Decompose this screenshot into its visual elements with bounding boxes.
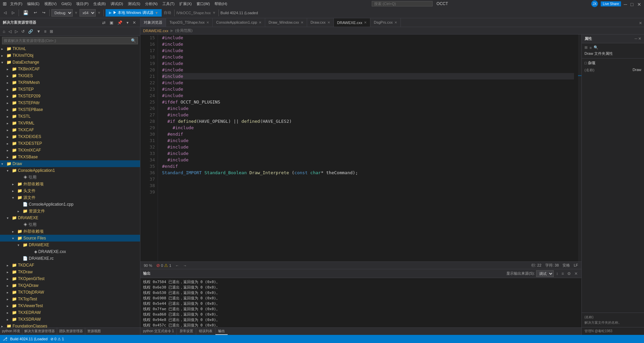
tree-item[interactable]: ▸📁TKXCAF: [0, 127, 140, 133]
output-settings-btn[interactable]: ⚙: [566, 271, 572, 276]
redo-btn[interactable]: ↪: [40, 9, 48, 16]
tree-item[interactable]: ▸📁TKDCAF: [0, 262, 140, 269]
file-tab[interactable]: ConsoleApplication1.cpp✕: [213, 18, 265, 27]
tree-item[interactable]: ▾📁DRAWEXE: [0, 214, 140, 221]
app-menu-edit[interactable]: 编辑(E): [26, 1, 41, 6]
tree-item[interactable]: ▸📁TKXmL: [0, 45, 140, 52]
tree-item[interactable]: ▸📁TKXEDRAW: [0, 309, 140, 316]
output-tab-interactive[interactable]: python 交互式命令 1: [140, 328, 177, 335]
object-browser-tab[interactable]: 对象浏览器: [140, 18, 166, 27]
save-btn[interactable]: 💾: [21, 9, 31, 16]
panel-pin[interactable]: 📌: [116, 20, 124, 25]
forward-btn2[interactable]: ▷: [14, 29, 19, 34]
tree-item[interactable]: ▸📁TKXmlTObj: [0, 52, 140, 59]
output-tab-output[interactable]: 输出: [215, 328, 228, 335]
tree-item[interactable]: ▸📁TKRWMesh: [0, 79, 140, 86]
app-menu-git[interactable]: Git(G): [60, 2, 73, 6]
panel-action-collapse[interactable]: ▣: [108, 20, 115, 25]
tab-close[interactable]: ✕: [327, 21, 330, 24]
bottom-tab-solution[interactable]: 解决方案资源管理器: [22, 328, 57, 335]
tree-item[interactable]: ▸📁TKSTL: [0, 113, 140, 120]
back-btn[interactable]: ◁: [1, 9, 9, 16]
tab-close[interactable]: ✕: [301, 21, 303, 24]
bottom-tab-python[interactable]: python 环境: [0, 328, 22, 335]
panel-chevron[interactable]: ▾: [125, 20, 130, 25]
nav-prev[interactable]: ←: [175, 264, 179, 268]
tree-item[interactable]: ▾📁DataExchange: [0, 59, 140, 66]
app-menu-project[interactable]: 项目(P): [75, 1, 90, 6]
tree-item[interactable]: ▸📁TKOpenGlTest: [0, 275, 140, 282]
status-errors[interactable]: ⊘ 0 ⚠ 1: [50, 337, 64, 341]
tree-item[interactable]: ◈ 引用: [0, 174, 140, 181]
maximize-btn[interactable]: □: [630, 2, 635, 6]
props-btn-3[interactable]: 🔍: [594, 45, 598, 50]
back-btn[interactable]: ◁: [7, 29, 13, 34]
code-content[interactable]: #include #include #include #include #inc…: [158, 35, 578, 261]
output-tab-errors[interactable]: 错误列表: [196, 328, 215, 335]
tree-item[interactable]: ▾📁Source Files: [0, 235, 140, 242]
output-tab-exceptions[interactable]: 异常设置: [177, 328, 196, 335]
tree-item[interactable]: ▸📁TKIGES: [0, 72, 140, 79]
tree-item[interactable]: ▸📁TKDraw: [0, 269, 140, 275]
tree-item[interactable]: ▸📁TKQADraw: [0, 282, 140, 289]
right-panel-close[interactable]: ✕: [638, 37, 641, 41]
tree-item[interactable]: ◈ 引用: [0, 221, 140, 228]
nav-next[interactable]: →: [183, 264, 187, 268]
tree-item[interactable]: ▸📁TKVRML: [0, 120, 140, 127]
status-build[interactable]: Build 4024.11 (Loaded: [10, 337, 48, 341]
platform-dropdown[interactable]: x64: [79, 9, 96, 17]
file-tab[interactable]: TopoDS_TShape.hxx✕: [166, 18, 213, 27]
filter-btn[interactable]: ▼: [35, 29, 42, 34]
error-count[interactable]: ⊘ 0 ⚠ 1: [156, 263, 171, 268]
app-menu-help[interactable]: 帮助(H): [213, 1, 228, 6]
tree-item[interactable]: ▾📁Draw: [0, 160, 140, 167]
props-btn-1[interactable]: ⊞: [584, 45, 588, 50]
panel-close[interactable]: ✕: [131, 20, 137, 25]
tree-item[interactable]: ▸📁TKSTEP209: [0, 93, 140, 99]
file-tab[interactable]: DsgPrs.cxx✕: [370, 18, 401, 27]
file-tab[interactable]: Draw.cxx✕: [307, 18, 334, 27]
tree-item[interactable]: ▸📁外部依赖项: [0, 228, 140, 235]
output-source-select[interactable]: 调试: [536, 270, 554, 277]
close-btn[interactable]: ✕: [637, 2, 641, 6]
props-btn-2[interactable]: ≡: [590, 46, 592, 50]
bottom-tab-team[interactable]: 团队资源管理器: [57, 328, 85, 335]
bottom-tab-resources[interactable]: 资源视图: [85, 328, 103, 335]
app-menu-tools[interactable]: 工具(T): [161, 1, 176, 6]
home-btn[interactable]: ⌂: [1, 29, 6, 34]
app-menu-window[interactable]: 窗口(W): [195, 1, 211, 6]
tree-item[interactable]: ▸📁TKXDESTEP: [0, 140, 140, 147]
minimize-btn[interactable]: ─: [624, 2, 628, 6]
tab-close[interactable]: ✕: [364, 21, 367, 24]
tree-item[interactable]: ▸📁TKSTEP: [0, 86, 140, 93]
zoom-level[interactable]: 90 %: [144, 264, 152, 268]
output-wrap-btn[interactable]: ≡: [560, 271, 565, 276]
breadcrumb-scope[interactable]: (全局范围): [175, 28, 192, 33]
tree-item[interactable]: ◈ DRAWEXE.cxx: [0, 248, 140, 255]
debug-config-dropdown[interactable]: Debug: [51, 9, 73, 17]
app-menu-build[interactable]: 生成(B): [92, 1, 107, 6]
tab-close-btn[interactable]: ✕: [637, 20, 644, 27]
show-all-btn[interactable]: ⊞: [48, 29, 54, 34]
run-btn[interactable]: ▶ ▶ 本地 Windows 调试器 ▼: [106, 9, 162, 17]
app-menu-debug[interactable]: 调试(D): [109, 1, 124, 6]
tree-item[interactable]: ▾📁源文件: [0, 194, 140, 201]
search-bar[interactable]: [372, 1, 433, 6]
live-share-btn[interactable]: Live Share: [601, 1, 621, 6]
right-panel-minimize[interactable]: ─: [635, 37, 637, 41]
undo-btn[interactable]: ↩: [31, 9, 39, 16]
tree-item[interactable]: ▸📁TKXSDRAW: [0, 316, 140, 323]
file-tab[interactable]: Draw_Window.cxx✕: [265, 18, 307, 27]
output-clear-btn[interactable]: ↕: [555, 271, 559, 276]
tree-item[interactable]: ▸📁TKViewerTest: [0, 302, 140, 309]
panel-action-sync[interactable]: ⇄: [101, 20, 107, 25]
tree-item[interactable]: ▸📁头文件: [0, 187, 140, 194]
breadcrumb-file[interactable]: DRAWEXE.cxx: [143, 29, 168, 33]
tab-close[interactable]: ✕: [394, 21, 397, 24]
tree-item[interactable]: ▾📁ConsoleApplication1: [0, 167, 140, 174]
tree-item[interactable]: ▸📁FoundationClasses: [0, 323, 140, 327]
file-tab[interactable]: DRAWEXE.cxx✕: [334, 18, 371, 27]
tree-item[interactable]: ▸📁TKBinXCAF: [0, 66, 140, 72]
tree-item[interactable]: ▸📁资源文件: [0, 208, 140, 214]
app-menu-view[interactable]: 视图(V): [43, 1, 58, 6]
